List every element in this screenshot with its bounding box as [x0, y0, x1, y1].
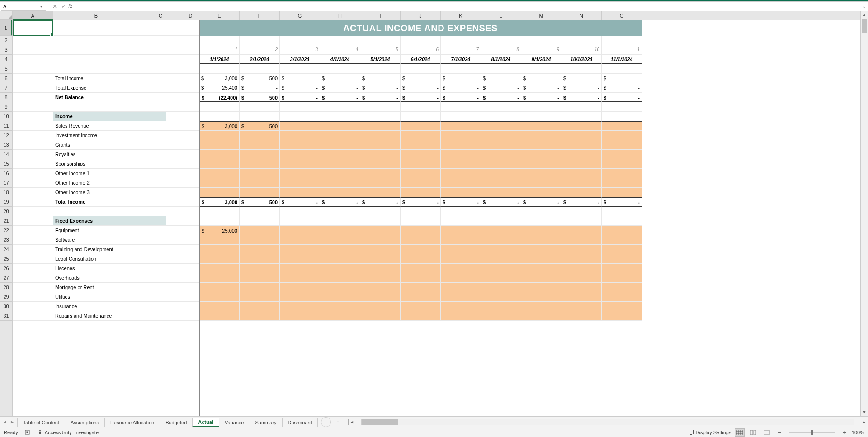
cell[interactable]	[320, 150, 360, 159]
cell[interactable]	[521, 112, 561, 121]
cell[interactable]: $3,000	[199, 197, 240, 207]
cell[interactable]	[280, 216, 320, 226]
cell[interactable]	[13, 74, 53, 83]
cell[interactable]	[139, 283, 182, 292]
cell[interactable]	[360, 64, 401, 74]
row-header-24[interactable]: 24	[0, 245, 12, 254]
sheet-tab-variance[interactable]: Variance	[219, 418, 250, 427]
cell[interactable]	[602, 102, 642, 112]
col-header-F[interactable]: F	[240, 11, 280, 20]
cell[interactable]: Royalties	[53, 150, 139, 159]
cell[interactable]	[280, 245, 320, 254]
cell[interactable]	[561, 302, 602, 311]
cell[interactable]	[481, 273, 521, 283]
cell[interactable]	[240, 178, 280, 188]
cell[interactable]	[441, 36, 481, 45]
cell[interactable]	[320, 283, 360, 292]
cell[interactable]	[521, 311, 561, 321]
horizontal-scrollbar[interactable]	[361, 419, 854, 425]
cancel-formula-icon[interactable]: ✕	[50, 2, 59, 10]
cell[interactable]	[139, 264, 182, 273]
cell[interactable]	[13, 169, 53, 178]
cell[interactable]	[139, 131, 182, 140]
vertical-scrollbar[interactable]: ▲ ▼	[860, 11, 868, 416]
row-header-22[interactable]: 22	[0, 226, 12, 235]
col-header-N[interactable]: N	[561, 11, 602, 20]
cell[interactable]	[240, 283, 280, 292]
cell[interactable]	[139, 254, 182, 264]
cell[interactable]: $-	[441, 74, 481, 83]
cell[interactable]	[441, 131, 481, 140]
cell[interactable]: Mortgage or Rent	[53, 283, 139, 292]
cell[interactable]: $-	[280, 83, 320, 93]
cell[interactable]	[240, 235, 280, 245]
cell[interactable]: $(22,400)	[199, 93, 240, 102]
cell[interactable]	[199, 235, 240, 245]
cell[interactable]	[521, 235, 561, 245]
cell[interactable]	[240, 292, 280, 302]
new-sheet-button[interactable]: +	[321, 417, 331, 427]
name-box[interactable]: A1 ▾	[1, 2, 46, 11]
row-header-2[interactable]: 2	[0, 36, 12, 45]
cell[interactable]	[602, 216, 642, 226]
cell[interactable]	[139, 302, 182, 311]
cell[interactable]	[602, 235, 642, 245]
cell[interactable]	[360, 254, 401, 264]
cell[interactable]	[139, 93, 182, 102]
cell[interactable]: $-	[561, 74, 602, 83]
cell[interactable]	[521, 36, 561, 45]
cell[interactable]	[13, 20, 53, 36]
cell[interactable]: $-	[360, 83, 401, 93]
cell[interactable]	[182, 254, 199, 264]
cell[interactable]	[182, 131, 199, 140]
cell[interactable]: $-	[401, 74, 441, 83]
cell[interactable]	[602, 273, 642, 283]
cell[interactable]: 7/1/2024	[441, 55, 481, 64]
cell[interactable]	[199, 169, 240, 178]
cell[interactable]: $-	[360, 74, 401, 83]
cell[interactable]	[401, 245, 441, 254]
cell[interactable]	[182, 245, 199, 254]
cell[interactable]: Other Income 2	[53, 178, 139, 188]
cell[interactable]	[521, 283, 561, 292]
cell[interactable]	[13, 235, 53, 245]
cell[interactable]	[182, 188, 199, 197]
cell[interactable]	[401, 64, 441, 74]
row-header-28[interactable]: 28	[0, 283, 12, 292]
row-header-6[interactable]: 6	[0, 74, 12, 83]
zoom-out-button[interactable]: −	[775, 429, 783, 436]
cell[interactable]	[521, 150, 561, 159]
cell[interactable]	[199, 216, 240, 226]
cell[interactable]	[441, 121, 481, 131]
cell[interactable]	[441, 283, 481, 292]
cell[interactable]	[139, 36, 182, 45]
cell[interactable]: $-	[280, 74, 320, 83]
cell[interactable]: Overheads	[53, 273, 139, 283]
cell[interactable]	[199, 254, 240, 264]
row-header-1[interactable]: 1	[0, 20, 12, 36]
col-header-E[interactable]: E	[199, 11, 240, 20]
cell[interactable]	[199, 140, 240, 150]
cell[interactable]	[602, 131, 642, 140]
cell[interactable]: $500	[240, 197, 280, 207]
cell[interactable]	[561, 159, 602, 169]
row-header-11[interactable]: 11	[0, 121, 12, 131]
cell[interactable]	[360, 302, 401, 311]
cell[interactable]	[182, 150, 199, 159]
cell[interactable]	[602, 311, 642, 321]
col-header-G[interactable]: G	[280, 11, 320, 20]
cell[interactable]	[139, 188, 182, 197]
cell[interactable]	[139, 245, 182, 254]
cell[interactable]: 4/1/2024	[320, 55, 360, 64]
cell[interactable]	[481, 254, 521, 264]
sheet-tab-resource-allocation[interactable]: Resource Allocation	[104, 418, 160, 427]
cell[interactable]	[240, 112, 280, 121]
cell[interactable]	[401, 311, 441, 321]
cell[interactable]: $-	[320, 83, 360, 93]
cell[interactable]	[182, 83, 199, 93]
macro-record-icon[interactable]	[24, 429, 31, 436]
row-header-8[interactable]: 8	[0, 93, 12, 102]
cell[interactable]	[53, 55, 139, 64]
cell[interactable]	[401, 169, 441, 178]
cell[interactable]	[360, 140, 401, 150]
